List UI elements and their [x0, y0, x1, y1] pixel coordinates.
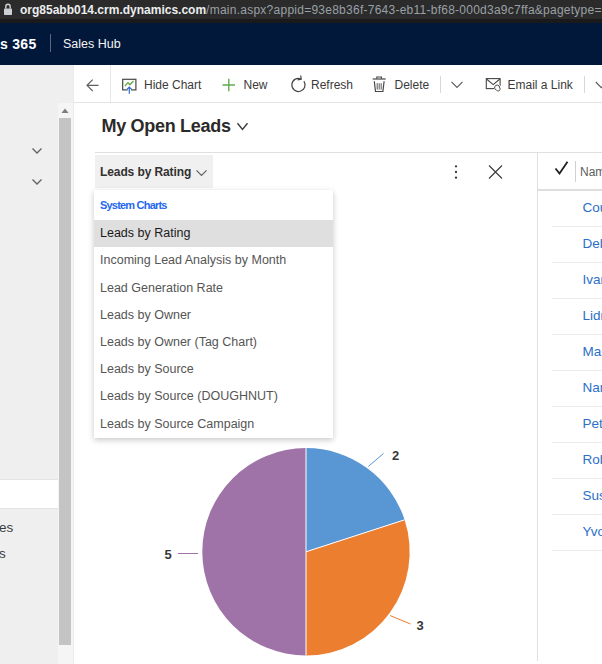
svg-text:3: 3	[417, 618, 424, 633]
svg-text:5: 5	[165, 547, 172, 562]
svg-text:2: 2	[392, 448, 399, 463]
